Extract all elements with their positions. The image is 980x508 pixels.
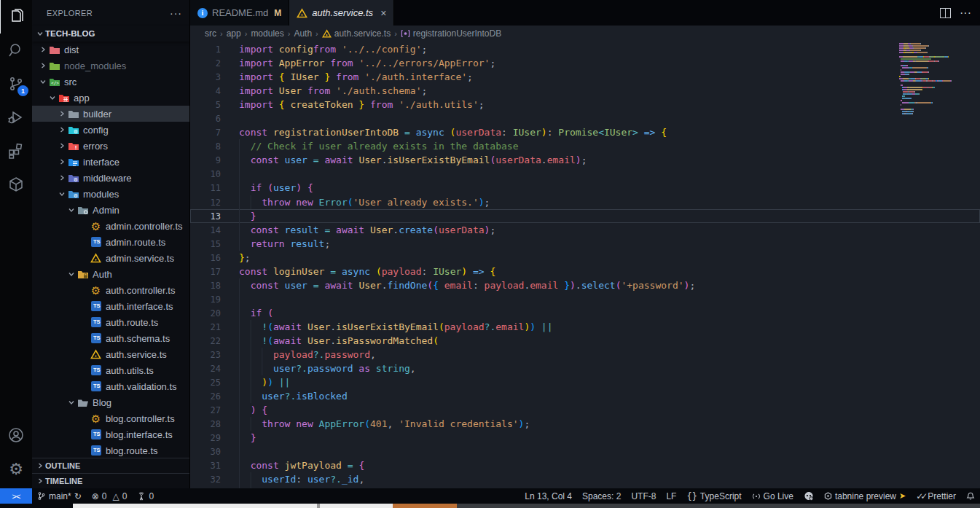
code-line-31[interactable]: 31const jwtPayload = {	[190, 458, 980, 472]
status-ln-13-col-4[interactable]: Ln 13, Col 4	[520, 488, 577, 504]
status-tabnine-preview[interactable]: tabnine preview➤	[819, 488, 911, 504]
status-utf-8[interactable]: UTF-8	[626, 488, 661, 504]
status-octoface[interactable]: !	[799, 488, 819, 504]
code-line-9[interactable]: 9const user = await User.isUserExistByEm…	[190, 153, 980, 167]
activity-explorer-icon[interactable]	[0, 0, 33, 34]
code-line-23[interactable]: 23payload?.password,	[190, 348, 980, 362]
code-line-18[interactable]: 18const user = await User.findOne({ emai…	[190, 278, 980, 292]
activity-extensions-icon[interactable]	[0, 134, 32, 168]
tree-item-auth-route-ts[interactable]: TSauth.route.ts	[32, 314, 189, 330]
ports-status[interactable]: 0	[132, 488, 159, 504]
tree-item-blog-controller-ts[interactable]: ⚙blog.controller.ts	[32, 410, 189, 426]
sidebar-more-actions-icon[interactable]: ···	[170, 7, 182, 19]
activity-accounts-icon[interactable]	[0, 418, 32, 452]
close-icon[interactable]: ×	[380, 7, 386, 19]
tree-item-modules[interactable]: ⚙modules	[32, 186, 189, 202]
tree-item-middleware[interactable]: ⚙middleware	[32, 170, 189, 186]
breadcrumb-item-auth.service.ts[interactable]: auth.service.ts	[322, 28, 391, 39]
code-line-8[interactable]: 8// Check if user already exists in the …	[190, 139, 980, 153]
remote-indicator[interactable]: ><	[0, 488, 32, 504]
status-spaces-2[interactable]: Spaces: 2	[577, 488, 626, 504]
code-line-14[interactable]: 14const result = await User.create(userD…	[190, 223, 980, 237]
code-line-26[interactable]: 26user?.isBlocked	[190, 389, 980, 403]
code-line-22[interactable]: 22!(await User.isPasswordMatched(	[190, 334, 980, 348]
folder-icon	[77, 205, 89, 216]
branch-status[interactable]: main*↻	[32, 488, 87, 504]
code-line-29[interactable]: 29}	[190, 431, 980, 445]
activity-settings-icon[interactable]: ⚙	[0, 452, 32, 485]
activity-search-icon[interactable]	[0, 34, 32, 67]
code-line-17[interactable]: 17const loginUser = async (payload: IUse…	[190, 265, 980, 278]
tree-item-node-modules[interactable]: node_modules	[32, 58, 189, 74]
code-line-28[interactable]: 28throw new AppError(401, 'Invalid crede…	[190, 417, 980, 431]
status-go-live[interactable]: Go Live	[747, 488, 799, 504]
tree-item-builder[interactable]: builder	[32, 106, 189, 122]
tree-item-auth-service-ts[interactable]: auth.service.ts	[32, 346, 189, 362]
code-line-27[interactable]: 27) {	[190, 403, 980, 417]
code-line-5[interactable]: 5import { createToken } from './auth.uti…	[190, 98, 980, 112]
tree-item-errors[interactable]: !errors	[32, 138, 189, 154]
code-line-10[interactable]: 10	[190, 167, 980, 181]
breadcrumb-item-app[interactable]: app	[227, 28, 241, 39]
code-line-33[interactable]: 33role: user?.role,	[190, 487, 980, 489]
sidebar-section-outline[interactable]: OUTLINE	[32, 458, 189, 473]
editor-more-actions-icon[interactable]: ···	[960, 7, 971, 20]
code-line-1[interactable]: 1import configfrom '../../config';	[190, 42, 980, 56]
breadcrumb-item-modules[interactable]: modules	[251, 28, 283, 39]
tree-item-auth-controller-ts[interactable]: ⚙auth.controller.ts	[32, 282, 189, 298]
status-lf[interactable]: LF	[661, 488, 681, 504]
code-line-6[interactable]: 6	[190, 112, 980, 125]
code-line-25[interactable]: 25)) ||	[190, 375, 980, 389]
tree-item-src[interactable]: </>src	[32, 74, 189, 90]
tree-item-auth-validation-ts[interactable]: TSauth.validation.ts	[32, 378, 189, 394]
tree-item-auth-utils-ts[interactable]: TSauth.utils.ts	[32, 362, 189, 378]
status-bell[interactable]	[961, 488, 980, 504]
code-line-15[interactable]: 15return result;	[190, 237, 980, 251]
workspace-root-row[interactable]: TECH-BLOG	[32, 26, 189, 42]
tree-item-auth[interactable]: Auth	[32, 266, 189, 282]
minimap[interactable]	[899, 43, 962, 115]
problems-status[interactable]: ⊗0△0	[87, 488, 133, 504]
code-line-19[interactable]: 19	[190, 292, 980, 306]
breadcrumb-item-registrationuserintodb[interactable]: registrationUserIntoDB	[401, 28, 501, 39]
tree-item-blog[interactable]: Blog	[32, 394, 189, 410]
code-line-4[interactable]: 4import User from './auth.schema';	[190, 84, 980, 98]
split-editor-icon[interactable]	[940, 8, 951, 18]
tree-item-auth-interface-ts[interactable]: TSauth.interface.ts	[32, 298, 189, 314]
tree-item-admin-controller-ts[interactable]: ⚙admin.controller.ts	[32, 218, 189, 234]
code-line-21[interactable]: 21!(await User.isUserExistByEmail(payloa…	[190, 320, 980, 334]
tree-item-interface[interactable]: interface	[32, 154, 189, 170]
status-typescript[interactable]: {}TypeScript	[681, 488, 746, 504]
code-line-16[interactable]: 16};	[190, 251, 980, 265]
tree-item-config[interactable]: ⚙config	[32, 122, 189, 138]
status-prettier[interactable]: ✓✓Prettier	[911, 488, 961, 504]
tree-item-admin-route-ts[interactable]: TSadmin.route.ts	[32, 234, 189, 250]
code-line-7[interactable]: 7const registrationUserIntoDB = async (u…	[190, 125, 980, 139]
code-line-30[interactable]: 30	[190, 445, 980, 458]
code-line-2[interactable]: 2import AppError from '../../errors/AppE…	[190, 56, 980, 70]
tree-item-admin-service-ts[interactable]: admin.service.ts	[32, 250, 189, 266]
sidebar-section-timeline[interactable]: TIMELINE	[32, 473, 189, 488]
tab-auth-service-ts[interactable]: auth.service.ts×	[289, 0, 394, 26]
tab-readme-md[interactable]: iREADME.mdM	[190, 0, 289, 26]
code-editor[interactable]: 1import configfrom '../../config';2impor…	[190, 42, 980, 488]
code-line-12[interactable]: 12throw new Error('User already exists.'…	[190, 195, 980, 209]
tree-item-app[interactable]: app	[32, 90, 189, 106]
tree-item-auth-schema-ts[interactable]: TSauth.schema.ts	[32, 330, 189, 346]
tree-item-blog-route-ts[interactable]: TSblog.route.ts	[32, 442, 189, 458]
activity-run-debug-icon[interactable]	[0, 101, 32, 134]
breadcrumb-item-src[interactable]: src	[205, 28, 216, 39]
code-line-3[interactable]: 3import { IUser } from './auth.interface…	[190, 70, 980, 84]
activity-source-control-icon[interactable]: 1	[0, 67, 32, 101]
code-line-20[interactable]: 20if (	[190, 306, 980, 320]
tree-item-blog-interface-ts[interactable]: TSblog.interface.ts	[32, 426, 189, 442]
code-line-13[interactable]: 13}	[190, 209, 980, 223]
tree-item-dist[interactable]: dist	[32, 42, 189, 58]
code-line-24[interactable]: 24user?.password as string,	[190, 362, 980, 375]
code-line-11[interactable]: 11if (user) {	[190, 181, 980, 195]
breadcrumb-item-auth[interactable]: Auth	[294, 28, 312, 39]
chevron-right-icon	[57, 110, 67, 117]
tree-item-admin[interactable]: Admin	[32, 202, 189, 218]
activity-package-box-icon[interactable]	[0, 168, 32, 201]
code-line-32[interactable]: 32userId: user?._id,	[190, 472, 980, 486]
